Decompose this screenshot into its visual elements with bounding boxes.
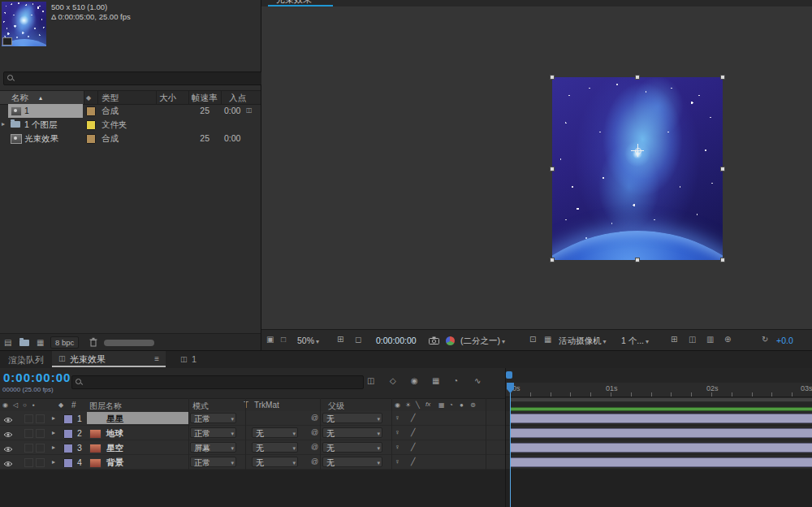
audio-toggle[interactable] (24, 414, 33, 423)
timeline-track-area[interactable]: 0s 01s 02s 03s (505, 368, 812, 507)
handle-top-center[interactable] (635, 75, 640, 80)
handle-bottom-left[interactable] (550, 258, 555, 262)
current-timecode[interactable]: 0:00:00:00 (3, 370, 71, 384)
interpret-footage-icon[interactable]: ▤ (4, 339, 11, 347)
view-layout-dropdown[interactable]: 1 个...▾ (621, 336, 649, 347)
layer-label-color[interactable] (63, 429, 73, 439)
fast-preview-icon[interactable]: ◫ (689, 336, 696, 344)
eye-icon[interactable] (3, 415, 13, 425)
expander-icon[interactable]: ▸ (52, 459, 55, 466)
blend-mode-dropdown[interactable]: 屏幕▾ (190, 442, 236, 453)
navigator-handle[interactable] (506, 371, 512, 379)
bit-depth-button[interactable]: 8 bpc (50, 336, 79, 349)
label-color-swatch[interactable] (86, 120, 96, 130)
expander-icon[interactable]: ▸ (52, 444, 55, 451)
tab-composition-active[interactable]: ◫ 光束效果 ≡ (52, 351, 166, 367)
column-layer-name[interactable]: 图层名称 (89, 401, 122, 412)
always-preview-icon[interactable]: ▣ (266, 336, 274, 344)
blend-mode-dropdown[interactable]: 正常▾ (190, 413, 236, 423)
label-color-swatch[interactable] (86, 106, 96, 116)
handle-top-right[interactable] (720, 75, 725, 80)
mask-visibility-icon[interactable]: ◻ (355, 336, 361, 344)
column-number[interactable]: # (71, 401, 76, 410)
work-area-duration-bar[interactable] (510, 407, 812, 411)
solo-toggle[interactable] (36, 444, 45, 453)
composition-image[interactable] (552, 77, 723, 260)
new-folder-icon[interactable] (19, 340, 29, 346)
parent-dropdown[interactable]: 无▾ (322, 442, 382, 453)
column-name[interactable]: 名称 (11, 93, 28, 104)
trkmat-dropdown[interactable]: 无▾ (252, 427, 298, 438)
layer-label-color[interactable] (63, 458, 73, 468)
quality-switch-icon[interactable]: ╱ (411, 444, 415, 451)
parent-pick-whip-icon[interactable]: @ (311, 458, 318, 466)
column-t[interactable]: T (244, 401, 248, 410)
main-view-icon[interactable]: □ (281, 336, 286, 344)
audio-toggle[interactable] (24, 429, 33, 438)
resolution-dropdown[interactable]: (二分之一)▾ (460, 336, 505, 347)
layer-duration-bar[interactable] (510, 428, 812, 438)
frame-blend-icon[interactable]: ▦ (432, 377, 439, 385)
pick-whip-icon[interactable]: ♀ (395, 458, 400, 466)
handle-middle-right[interactable] (720, 167, 725, 171)
audio-toggle[interactable] (24, 458, 33, 467)
grid-guides-icon[interactable]: ⊞ (337, 336, 343, 344)
solo-toggle[interactable] (36, 414, 45, 423)
expander-icon[interactable]: ▸ (52, 415, 55, 422)
project-row[interactable]: 光束效果 合成 25 0:00 (0, 132, 261, 145)
handle-middle-left[interactable] (550, 167, 555, 171)
time-ruler[interactable]: 0s 01s 02s 03s (506, 383, 812, 397)
motion-blur-icon[interactable]: ◔ (453, 377, 458, 385)
eye-icon[interactable] (3, 444, 13, 454)
magnification-dropdown[interactable]: 50%▾ (297, 336, 319, 345)
sort-asc-icon[interactable]: ▴ (39, 94, 42, 102)
tab-composition-2[interactable]: 1 (192, 354, 197, 364)
graph-editor-icon[interactable]: ∿ (474, 377, 481, 385)
layer-duration-bar[interactable] (510, 457, 812, 467)
project-search-input[interactable] (19, 74, 260, 84)
layer-label-color[interactable] (63, 414, 73, 424)
column-size[interactable]: 大小 (159, 93, 176, 104)
transparency-grid-icon[interactable]: ▦ (544, 336, 551, 344)
column-fps[interactable]: 帧速率 (192, 93, 218, 104)
layer-label-color[interactable] (63, 444, 73, 453)
snapshot-camera-icon[interactable] (429, 336, 439, 346)
parent-pick-whip-icon[interactable]: @ (311, 414, 318, 422)
handle-bottom-center[interactable] (635, 258, 640, 262)
label-column-icon[interactable]: ◆ (86, 94, 91, 102)
work-area-bar[interactable] (510, 397, 812, 402)
flowchart-button-icon[interactable]: ⊕ (724, 336, 731, 344)
project-search[interactable] (3, 72, 264, 85)
eye-icon[interactable] (3, 459, 13, 469)
panel-menu-icon[interactable]: ≡ (154, 355, 159, 363)
layer-row[interactable]: ▸ 4 背景 正常▾ 无▾ @ 无▾ ♀ ╱ (0, 455, 505, 470)
pixel-aspect-icon[interactable]: ⊞ (671, 336, 677, 344)
quality-switch-icon[interactable]: ╱ (411, 414, 415, 422)
trkmat-dropdown[interactable]: 无▾ (252, 457, 298, 467)
trash-icon[interactable] (89, 337, 97, 349)
column-mode[interactable]: 模式 (192, 401, 209, 412)
audio-toggle[interactable] (24, 444, 33, 453)
column-trkmat[interactable]: TrkMat (254, 401, 279, 410)
project-row[interactable]: ▸ 1 个图层 文件夹 (0, 118, 261, 132)
layer-row[interactable]: ▸ 2 地球 正常▾ 无▾ @ 无▾ ♀ ╱ (0, 426, 505, 440)
parent-pick-whip-icon[interactable]: @ (311, 444, 318, 451)
preview-timecode[interactable]: 0:00:00:00 (376, 336, 417, 345)
column-in[interactable]: 入点 (229, 93, 246, 104)
handle-bottom-right[interactable] (720, 258, 725, 262)
hide-shy-icon[interactable]: ◉ (411, 377, 418, 385)
quality-switch-icon[interactable]: ╱ (411, 458, 415, 466)
layer-row[interactable]: ▸ 3 星空 屏幕▾ 无▾ @ 无▾ ♀ ╱ (0, 440, 505, 455)
handle-top-left[interactable] (550, 75, 555, 80)
expander-icon[interactable]: ▸ (2, 121, 5, 128)
pick-whip-icon[interactable]: ♀ (395, 444, 400, 451)
layer-row[interactable]: ▸ 1 星星 正常▾ @ 无▾ ♀ ╱ (0, 411, 505, 426)
timeline-search-input[interactable] (87, 378, 360, 388)
parent-pick-whip-icon[interactable]: @ (311, 429, 318, 436)
parent-dropdown[interactable]: 无▾ (322, 457, 382, 467)
show-channels-icon[interactable] (446, 336, 455, 345)
trkmat-dropdown[interactable]: 无▾ (252, 442, 298, 453)
column-type[interactable]: 类型 (102, 93, 119, 104)
pick-whip-icon[interactable]: ♀ (395, 429, 400, 436)
column-parent[interactable]: 父级 (328, 401, 344, 412)
